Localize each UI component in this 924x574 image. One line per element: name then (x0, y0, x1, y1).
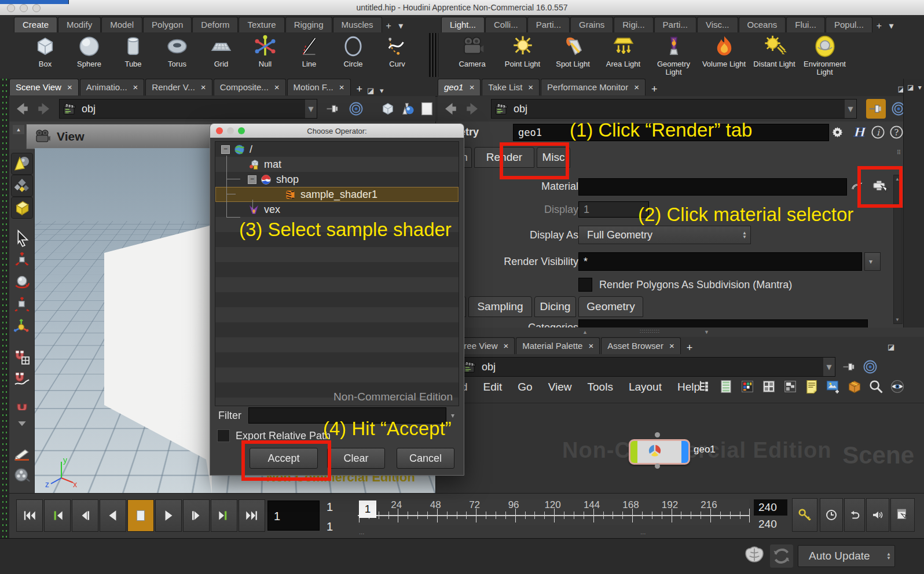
undo-icon[interactable] (844, 498, 865, 532)
viewport-tool-icon[interactable] (12, 443, 32, 464)
shelf-tool[interactable]: Torus (155, 33, 199, 68)
expander-icon[interactable] (248, 175, 256, 184)
params-path-dropdown[interactable]: obj (491, 99, 857, 119)
shelf-tab[interactable]: Flui... (786, 17, 825, 32)
drag-dots-icon[interactable]: ⠿ (897, 149, 901, 156)
shelf-tool[interactable]: Grid (199, 33, 243, 68)
tree-row[interactable]: shop (215, 172, 459, 187)
export-relative-checkbox[interactable] (217, 429, 230, 442)
menu-item[interactable]: Tools (588, 381, 613, 393)
cancel-button[interactable]: Cancel (397, 448, 454, 469)
forward-arrow-icon[interactable] (463, 100, 481, 117)
close-tab-icon[interactable] (588, 341, 593, 351)
brain-cook-icon[interactable] (743, 544, 766, 568)
expander-icon[interactable] (221, 145, 230, 154)
white-square-icon[interactable] (419, 101, 435, 117)
network-tool-icon[interactable] (846, 378, 863, 395)
close-tab-icon[interactable] (201, 82, 206, 92)
close-tab-icon[interactable] (469, 82, 474, 92)
scroll-dots-icon[interactable]: ⋯ (359, 531, 365, 537)
range-end[interactable]: 240 (758, 518, 777, 531)
close-icon[interactable] (216, 127, 223, 134)
set-key-button[interactable] (792, 498, 817, 532)
shelf-tool[interactable]: Box (23, 33, 67, 68)
add-pane-tab-icon[interactable] (682, 342, 698, 354)
playback-button[interactable] (239, 499, 265, 532)
minimize-icon[interactable] (227, 127, 234, 134)
pin-icon[interactable] (866, 99, 886, 119)
update-mode-dropdown[interactable]: Auto Update (798, 545, 895, 567)
tree-row[interactable]: mat (215, 157, 459, 172)
menu-item[interactable]: Go (518, 381, 532, 393)
clear-button[interactable]: Clear (327, 448, 385, 469)
node-render-flag[interactable] (681, 441, 688, 463)
playback-button[interactable] (16, 499, 43, 532)
shader-view-icon[interactable] (399, 101, 416, 117)
tree-row[interactable]: sample_shader1 (215, 187, 459, 202)
node-display-flag[interactable] (630, 441, 637, 463)
playbar-options-icon[interactable] (890, 498, 915, 532)
viewport-tool-icon[interactable] (12, 250, 32, 271)
menu-item[interactable]: View (548, 381, 572, 393)
viewport-tool-icon[interactable] (12, 294, 32, 315)
forward-arrow-icon[interactable] (35, 100, 52, 117)
back-arrow-icon[interactable] (442, 100, 460, 117)
shelf-tab[interactable]: Muscles (333, 17, 382, 32)
shelf-tab[interactable]: Polygon (143, 17, 192, 32)
network-tool-icon[interactable] (804, 378, 820, 395)
shelf-tool[interactable]: Circle (331, 33, 375, 68)
pane-tab[interactable]: Scene View (9, 79, 79, 95)
render-visibility-menu-icon[interactable]: ▾ (864, 252, 881, 271)
shelf-tab[interactable]: Rigging (285, 17, 332, 32)
shelf-tab[interactable]: Parti... (654, 17, 696, 32)
close-tab-icon[interactable] (528, 82, 533, 92)
realtime-toggle-icon[interactable] (820, 498, 843, 532)
back-arrow-icon[interactable] (14, 100, 31, 117)
viewport-tool-icon[interactable] (12, 197, 32, 218)
add-pane-tab-icon[interactable] (352, 83, 368, 95)
shelf-tool[interactable]: Camera (447, 33, 497, 68)
tree-row[interactable]: / (215, 142, 459, 157)
shelf-tool[interactable]: Distant Light (749, 33, 800, 68)
categories-field[interactable] (578, 319, 868, 328)
viewport-tool-icon[interactable] (12, 347, 32, 367)
shelf-tool[interactable]: Tube (111, 33, 155, 68)
shelf-tool[interactable]: Sphere (67, 33, 111, 68)
viewport-tool-icon[interactable] (12, 272, 32, 293)
network-tool-icon[interactable] (825, 378, 841, 395)
pane-tab[interactable]: Motion F... (287, 79, 351, 95)
pin-icon[interactable] (325, 101, 341, 117)
shelf-tab[interactable]: Texture (239, 17, 284, 32)
viewport-tool-icon[interactable] (12, 316, 32, 337)
viewport-tool-icon[interactable] (12, 413, 32, 433)
window-controls[interactable] (7, 4, 41, 12)
pane-tab[interactable]: Take List (482, 79, 540, 95)
network-path-dropdown[interactable]: obj (459, 357, 835, 377)
playhead[interactable]: 1 (359, 501, 376, 518)
help-icon[interactable]: ? (889, 124, 904, 140)
viewport-tool-icon[interactable] (12, 153, 32, 174)
playback-button[interactable] (100, 499, 126, 532)
range-fields[interactable]: 11 (327, 498, 333, 535)
close-tab-icon[interactable] (669, 341, 674, 351)
current-frame-field[interactable]: 1 (267, 501, 320, 531)
display-as-dropdown[interactable]: Full Geometry (578, 226, 751, 244)
param-subtab[interactable]: Sampling (468, 296, 532, 317)
pane-tab[interactable]: geo1 (438, 79, 481, 95)
splitter-handle-icon[interactable] (640, 328, 660, 334)
render-visibility-field[interactable]: * (578, 252, 862, 271)
material-field[interactable] (578, 178, 847, 196)
end-frame-field[interactable]: 240 (754, 499, 787, 516)
subdivision-checkbox[interactable] (578, 278, 592, 292)
shelf-tool[interactable]: Curv (375, 33, 419, 68)
recook-icon[interactable] (770, 544, 793, 568)
shelf-tool[interactable]: Null (243, 33, 287, 68)
left-stow-strip[interactable] (0, 79, 9, 538)
playback-button[interactable] (127, 499, 154, 532)
shelf-tab[interactable]: Grains (570, 17, 613, 32)
viewport-tool-icon[interactable] (12, 369, 32, 389)
houdini-logo-icon[interactable]: H (850, 124, 866, 140)
close-tab-icon[interactable] (634, 82, 639, 92)
pane-tab[interactable]: Animatio... (80, 79, 145, 95)
chevron-down-icon[interactable] (305, 100, 317, 118)
